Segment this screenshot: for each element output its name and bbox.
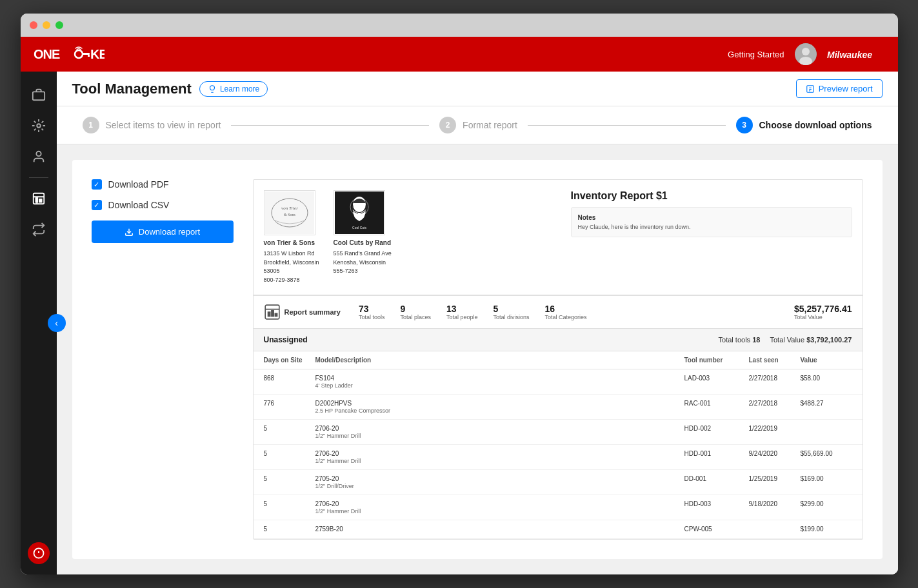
minimize-button[interactable] — [43, 21, 50, 29]
row-tool-num: RAC-001 — [684, 400, 749, 414]
step-3-circle: 3 — [736, 117, 753, 133]
stat-total-divisions: 5 Total divisions — [494, 304, 530, 320]
report-header: von Trier & Sons von Trier & Sons — [254, 180, 863, 295]
step-line-1 — [231, 125, 429, 126]
company2-name: Cool Cuts by Rand — [334, 238, 392, 248]
stat-total-categories: 16 Total Categories — [545, 304, 587, 320]
row-desc: 1/2" Hammer Drill — [315, 458, 684, 464]
getting-started-link[interactable]: Getting Started — [728, 50, 784, 59]
sidebar-item-alert[interactable] — [28, 542, 50, 564]
row-desc: 1/2" Hammer Drill — [315, 508, 684, 514]
table-row: 5 2705-20 1/2" Drill/Driver DD-001 1/25/… — [254, 470, 863, 495]
maximize-button[interactable] — [55, 21, 63, 29]
svg-rect-9 — [32, 92, 44, 100]
total-places-label: Total places — [400, 314, 431, 320]
total-places-value: 9 — [400, 304, 431, 314]
inventory-title: Unassigned — [264, 335, 308, 344]
row-desc: 2.5 HP Pancake Compressor — [315, 407, 684, 414]
report-title: Inventory Report $1 — [571, 190, 852, 202]
row-days: 5 — [264, 500, 315, 514]
svg-point-10 — [37, 124, 41, 128]
onekey-logo: ONE KEY — [34, 44, 105, 64]
row-value: $488.27 — [801, 400, 852, 414]
download-report-button[interactable]: Download report — [92, 220, 234, 243]
sidebar: ‹ — [21, 72, 57, 574]
row-model: 2706-20 — [315, 500, 684, 507]
preview-report-label: Preview report — [819, 84, 873, 93]
row-desc: 1/2" Drill/Driver — [315, 483, 684, 489]
header-right: Getting Started Milwaukee — [728, 43, 884, 65]
summary-label: Report summary — [284, 308, 341, 316]
row-model: 2759B-20 — [315, 525, 684, 533]
company2-addr3: 555-7263 — [334, 267, 392, 276]
notes-label: Notes — [578, 214, 845, 221]
sidebar-item-tools[interactable] — [26, 113, 52, 139]
svg-rect-31 — [275, 313, 277, 316]
table-row: 5 2759B-20 CPW-005 $199.00 — [254, 520, 863, 539]
learn-more-label: Learn more — [220, 84, 259, 93]
sidebar-item-transfer[interactable] — [26, 217, 52, 242]
content-inner: ✓ Download PDF ✓ Download CSV — [72, 160, 883, 559]
sidebar-collapse-button[interactable]: ‹ — [48, 314, 66, 332]
stat-total-places: 9 Total places — [400, 304, 431, 320]
report-preview-panel: von Trier & Sons von Trier & Sons — [253, 179, 863, 540]
table-row: 5 2706-20 1/2" Hammer Drill HDD-003 9/18… — [254, 495, 863, 520]
svg-point-1 — [75, 50, 83, 58]
company1-addr3: 53005 — [264, 267, 319, 276]
row-tool-num: DD-001 — [684, 475, 749, 489]
table-row: 776 D2002HPVS 2.5 HP Pancake Compressor … — [254, 395, 863, 420]
svg-rect-3 — [88, 55, 90, 57]
company1-logo: von Trier & Sons — [264, 190, 315, 235]
stepper-area: 1 Select items to view in report 2 Forma… — [57, 106, 898, 144]
stat-total-people: 13 Total people — [446, 304, 478, 320]
sidebar-item-chart[interactable] — [26, 186, 52, 211]
learn-more-button[interactable]: Learn more — [199, 81, 268, 97]
pdf-option[interactable]: ✓ Download PDF — [92, 179, 234, 190]
csv-option[interactable]: ✓ Download CSV — [92, 200, 234, 210]
table-row: 5 2706-20 1/2" Hammer Drill HDD-001 9/24… — [254, 445, 863, 470]
report-preview: von Trier & Sons von Trier & Sons — [253, 179, 863, 540]
svg-text:& Sons: & Sons — [284, 213, 296, 217]
svg-rect-2 — [82, 53, 90, 55]
step-line-2 — [528, 125, 726, 126]
csv-checkbox[interactable]: ✓ — [92, 200, 102, 210]
svg-text:von Trier: von Trier — [281, 206, 298, 211]
lightbulb-icon — [208, 84, 217, 93]
download-btn-label: Download report — [139, 227, 200, 237]
title-bar — [21, 14, 898, 37]
row-tool-num: CPW-005 — [684, 525, 749, 533]
svg-rect-29 — [268, 312, 270, 317]
col-days: Days on Site — [264, 357, 315, 364]
inv-total-tools: 18 — [752, 336, 760, 344]
row-value: $199.00 — [801, 525, 852, 533]
sidebar-divider — [29, 177, 48, 178]
pdf-checkbox[interactable]: ✓ — [92, 179, 102, 190]
company2-addr1: 555 Rand's Grand Ave — [334, 250, 392, 259]
row-value: $58.00 — [801, 375, 852, 389]
row-desc: 1/2" Hammer Drill — [315, 433, 684, 439]
user-avatar[interactable] — [795, 43, 817, 65]
row-last-seen: 2/27/2018 — [749, 400, 801, 414]
company2-info: Cool Cuts by Rand 555 Rand's Grand Ave K… — [334, 238, 392, 276]
row-model-desc: FS104 4' Step Ladder — [315, 375, 684, 389]
row-last-seen: 9/18/2020 — [749, 500, 801, 514]
svg-point-6 — [802, 48, 810, 55]
sidebar-item-person[interactable] — [26, 144, 52, 170]
row-model: FS104 — [315, 375, 684, 382]
summary-stats: 73 Total tools 9 Total places — [359, 304, 852, 320]
stepper: 1 Select items to view in report 2 Forma… — [83, 117, 872, 133]
preview-report-button[interactable]: Preview report — [796, 79, 883, 98]
svg-rect-13 — [39, 199, 41, 202]
stat-total-value: $5,257,776.41 Total Value — [794, 304, 852, 320]
report-summary: Report summary 73 Total tools 9 — [254, 296, 863, 329]
close-button[interactable] — [30, 21, 37, 29]
row-model: 2705-20 — [315, 475, 684, 482]
main-content: ‹ Tool Management Learn more — [21, 72, 898, 574]
row-last-seen: 1/25/2019 — [749, 475, 801, 489]
sidebar-item-briefcase[interactable] — [26, 82, 52, 108]
preview-icon — [806, 84, 815, 93]
svg-text:Cool Cuts: Cool Cuts — [352, 226, 366, 230]
total-tools-value: 73 — [359, 304, 385, 314]
row-last-seen: 2/27/2018 — [749, 375, 801, 389]
row-model-desc: 2759B-20 — [315, 525, 684, 533]
